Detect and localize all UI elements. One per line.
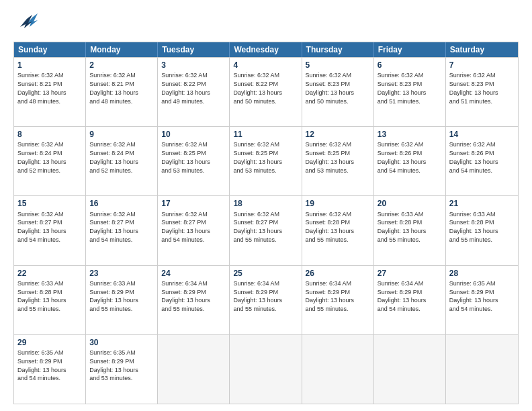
calendar-cell-empty [158,335,230,404]
cell-info: Sunrise: 6:32 AMSunset: 8:23 PMDaylight:… [306,72,355,104]
calendar-cell-5: 5Sunrise: 6:32 AMSunset: 8:23 PMDaylight… [302,58,374,126]
calendar-cell-13: 13Sunrise: 6:32 AMSunset: 8:26 PMDayligh… [374,127,446,195]
calendar-cell-empty [446,335,518,404]
cell-info: Sunrise: 6:34 AMSunset: 8:29 PMDaylight:… [378,280,427,312]
day-number: 14 [449,129,515,140]
calendar-cell-29: 29Sunrise: 6:35 AMSunset: 8:29 PMDayligh… [14,335,86,404]
day-number: 9 [89,129,154,140]
day-number: 24 [161,268,226,279]
day-number: 26 [306,268,370,279]
cell-info: Sunrise: 6:32 AMSunset: 8:22 PMDaylight:… [233,72,282,104]
cell-info: Sunrise: 6:35 AMSunset: 8:29 PMDaylight:… [449,280,498,312]
cell-info: Sunrise: 6:33 AMSunset: 8:28 PMDaylight:… [378,211,427,243]
calendar-cell-11: 11Sunrise: 6:32 AMSunset: 8:25 PMDayligh… [230,127,302,195]
cell-info: Sunrise: 6:34 AMSunset: 8:29 PMDaylight:… [306,280,355,312]
day-number: 11 [233,129,298,140]
calendar-header: SundayMondayTuesdayWednesdayThursdayFrid… [14,42,518,57]
day-number: 1 [17,60,82,71]
day-number: 13 [378,129,442,140]
calendar-cell-22: 22Sunrise: 6:33 AMSunset: 8:28 PMDayligh… [14,266,86,334]
calendar-header-tuesday: Tuesday [158,42,230,57]
day-number: 4 [233,60,298,71]
calendar-header-friday: Friday [374,42,446,57]
calendar-row-0: 1Sunrise: 6:32 AMSunset: 8:21 PMDaylight… [14,57,518,126]
calendar-row-4: 29Sunrise: 6:35 AMSunset: 8:29 PMDayligh… [14,334,518,404]
calendar-cell-8: 8Sunrise: 6:32 AMSunset: 8:24 PMDaylight… [14,127,86,195]
calendar-header-thursday: Thursday [302,42,374,57]
calendar-cell-20: 20Sunrise: 6:33 AMSunset: 8:28 PMDayligh… [374,196,446,265]
day-number: 10 [161,129,226,140]
cell-info: Sunrise: 6:32 AMSunset: 8:27 PMDaylight:… [161,211,210,243]
cell-info: Sunrise: 6:32 AMSunset: 8:23 PMDaylight:… [449,72,498,104]
calendar-cell-empty [302,335,374,404]
calendar-cell-16: 16Sunrise: 6:32 AMSunset: 8:27 PMDayligh… [86,196,158,265]
calendar-cell-15: 15Sunrise: 6:32 AMSunset: 8:27 PMDayligh… [14,196,86,265]
day-number: 25 [233,268,298,279]
day-number: 23 [89,268,154,279]
cell-info: Sunrise: 6:32 AMSunset: 8:26 PMDaylight:… [449,141,498,173]
calendar-cell-21: 21Sunrise: 6:33 AMSunset: 8:28 PMDayligh… [446,196,518,265]
day-number: 6 [378,60,442,71]
cell-info: Sunrise: 6:32 AMSunset: 8:25 PMDaylight:… [161,141,210,173]
calendar-cell-14: 14Sunrise: 6:32 AMSunset: 8:26 PMDayligh… [446,127,518,195]
day-number: 19 [306,198,370,209]
calendar-cell-23: 23Sunrise: 6:33 AMSunset: 8:29 PMDayligh… [86,266,158,334]
cell-info: Sunrise: 6:33 AMSunset: 8:28 PMDaylight:… [449,211,498,243]
cell-info: Sunrise: 6:33 AMSunset: 8:28 PMDaylight:… [17,280,66,312]
calendar-cell-30: 30Sunrise: 6:35 AMSunset: 8:29 PMDayligh… [86,335,158,404]
day-number: 12 [306,129,370,140]
day-number: 28 [449,268,515,279]
calendar-cell-27: 27Sunrise: 6:34 AMSunset: 8:29 PMDayligh… [374,266,446,334]
calendar-cell-25: 25Sunrise: 6:34 AMSunset: 8:29 PMDayligh… [230,266,302,334]
cell-info: Sunrise: 6:34 AMSunset: 8:29 PMDaylight:… [233,280,282,312]
day-number: 18 [233,198,298,209]
calendar-cell-19: 19Sunrise: 6:32 AMSunset: 8:28 PMDayligh… [302,196,374,265]
day-number: 16 [89,198,154,209]
calendar-row-3: 22Sunrise: 6:33 AMSunset: 8:28 PMDayligh… [14,265,518,334]
calendar-header-wednesday: Wednesday [230,42,302,57]
cell-info: Sunrise: 6:32 AMSunset: 8:21 PMDaylight:… [17,72,66,104]
calendar: SundayMondayTuesdayWednesdayThursdayFrid… [13,42,519,404]
cell-info: Sunrise: 6:33 AMSunset: 8:29 PMDaylight:… [89,280,138,312]
calendar-header-saturday: Saturday [446,42,518,57]
calendar-cell-26: 26Sunrise: 6:34 AMSunset: 8:29 PMDayligh… [302,266,374,334]
calendar-cell-3: 3Sunrise: 6:32 AMSunset: 8:22 PMDaylight… [158,58,230,126]
calendar-cell-24: 24Sunrise: 6:34 AMSunset: 8:29 PMDayligh… [158,266,230,334]
calendar-cell-empty [374,335,446,404]
calendar-cell-4: 4Sunrise: 6:32 AMSunset: 8:22 PMDaylight… [230,58,302,126]
calendar-cell-empty [230,335,302,404]
logo [13,12,40,36]
calendar-cell-10: 10Sunrise: 6:32 AMSunset: 8:25 PMDayligh… [158,127,230,195]
calendar-cell-18: 18Sunrise: 6:32 AMSunset: 8:27 PMDayligh… [230,196,302,265]
cell-info: Sunrise: 6:32 AMSunset: 8:22 PMDaylight:… [161,72,210,104]
cell-info: Sunrise: 6:32 AMSunset: 8:27 PMDaylight:… [89,211,138,243]
page: SundayMondayTuesdayWednesdayThursdayFrid… [0,0,532,411]
cell-info: Sunrise: 6:32 AMSunset: 8:24 PMDaylight:… [89,141,138,173]
day-number: 2 [89,60,154,71]
cell-info: Sunrise: 6:32 AMSunset: 8:28 PMDaylight:… [306,211,355,243]
cell-info: Sunrise: 6:32 AMSunset: 8:23 PMDaylight:… [378,72,427,104]
day-number: 15 [17,198,82,209]
day-number: 3 [161,60,226,71]
day-number: 27 [378,268,442,279]
cell-info: Sunrise: 6:32 AMSunset: 8:27 PMDaylight:… [17,211,66,243]
day-number: 30 [89,337,154,348]
cell-info: Sunrise: 6:32 AMSunset: 8:25 PMDaylight:… [306,141,355,173]
logo-icon [13,12,38,36]
cell-info: Sunrise: 6:32 AMSunset: 8:26 PMDaylight:… [378,141,427,173]
day-number: 17 [161,198,226,209]
calendar-cell-7: 7Sunrise: 6:32 AMSunset: 8:23 PMDaylight… [446,58,518,126]
cell-info: Sunrise: 6:35 AMSunset: 8:29 PMDaylight:… [17,349,66,381]
calendar-cell-9: 9Sunrise: 6:32 AMSunset: 8:24 PMDaylight… [86,127,158,195]
day-number: 20 [378,198,442,209]
header [13,12,519,36]
day-number: 7 [449,60,515,71]
calendar-cell-12: 12Sunrise: 6:32 AMSunset: 8:25 PMDayligh… [302,127,374,195]
calendar-row-2: 15Sunrise: 6:32 AMSunset: 8:27 PMDayligh… [14,195,518,265]
calendar-header-sunday: Sunday [14,42,86,57]
cell-info: Sunrise: 6:32 AMSunset: 8:25 PMDaylight:… [233,141,282,173]
cell-info: Sunrise: 6:32 AMSunset: 8:24 PMDaylight:… [17,141,66,173]
day-number: 29 [17,337,82,348]
day-number: 22 [17,268,82,279]
calendar-cell-2: 2Sunrise: 6:32 AMSunset: 8:21 PMDaylight… [86,58,158,126]
